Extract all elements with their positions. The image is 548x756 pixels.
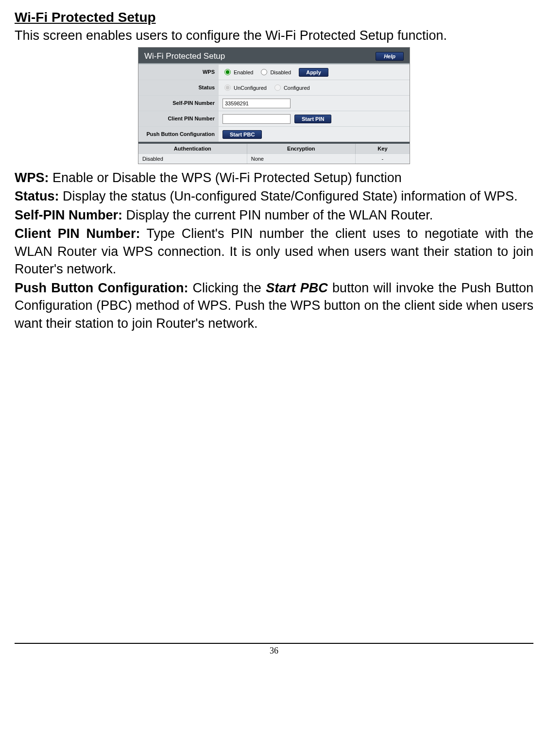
clientpin-row: Client PIN Number Start PIN	[138, 111, 410, 126]
wps-config-panel: Wi-Fi Protected Setup Help WPS Enabled D…	[138, 47, 410, 164]
descriptions-block: WPS: Enable or Disable the WPS (Wi-Fi Pr…	[15, 169, 533, 332]
panel-title: Wi-Fi Protected Setup	[144, 51, 225, 61]
desc-selfpin-text: Display the current PIN number of the WL…	[122, 208, 433, 222]
page-footer: 36	[15, 643, 533, 656]
desc-status-label: Status:	[15, 189, 59, 203]
desc-clientpin-label: Client PIN Number:	[15, 226, 140, 241]
selfpin-row: Self-PIN Number	[138, 95, 410, 111]
status-unconfigured-radio	[224, 84, 231, 91]
clientpin-label: Client PIN Number	[138, 111, 219, 126]
td-key: -	[355, 154, 410, 164]
apply-button[interactable]: Apply	[299, 68, 328, 77]
status-label: Status	[138, 80, 219, 95]
pbc-label: Push Button Configuration	[138, 127, 219, 142]
desc-selfpin-label: Self-PIN Number:	[15, 208, 122, 222]
selfpin-input	[223, 99, 291, 108]
wps-row: WPS Enabled Disabled Apply	[138, 64, 410, 80]
form-area: WPS Enabled Disabled Apply Status UnConf…	[138, 64, 410, 142]
start-pin-button[interactable]: Start PIN	[294, 115, 331, 123]
th-encryption: Encryption	[247, 143, 355, 154]
start-pbc-button[interactable]: Start PBC	[223, 130, 262, 139]
section-title: Wi-Fi Protected Setup	[15, 10, 533, 25]
wps-disabled-label: Disabled	[270, 69, 291, 75]
status-unconfigured-label: UnConfigured	[234, 85, 267, 91]
panel-header: Wi-Fi Protected Setup Help	[138, 48, 410, 64]
td-encryption: None	[247, 154, 355, 164]
desc-clientpin: Client PIN Number: Type Client's PIN num…	[15, 225, 533, 278]
desc-status: Status: Display the status (Un-configure…	[15, 187, 533, 205]
desc-pbc-text1: Clicking the	[188, 281, 266, 295]
help-button[interactable]: Help	[376, 52, 404, 61]
wps-disabled-radio[interactable]	[261, 69, 267, 75]
status-field: UnConfigured Configured	[219, 80, 410, 95]
clientpin-input[interactable]	[223, 114, 291, 124]
status-configured-label: Configured	[284, 85, 310, 91]
pbc-field: Start PBC	[219, 127, 410, 142]
desc-pbc-label: Push Button Configuration:	[15, 281, 188, 295]
selfpin-label: Self-PIN Number	[138, 96, 219, 111]
wps-enabled-radio[interactable]	[224, 69, 231, 75]
selfpin-field	[219, 96, 410, 111]
desc-wps-label: WPS:	[15, 170, 49, 185]
clientpin-field: Start PIN	[219, 111, 410, 126]
th-key: Key	[355, 143, 410, 154]
pbc-row: Push Button Configuration Start PBC	[138, 126, 410, 142]
desc-wps: WPS: Enable or Disable the WPS (Wi-Fi Pr…	[15, 169, 533, 186]
th-authentication: Authentication	[138, 143, 247, 154]
wps-enabled-label: Enabled	[234, 69, 253, 75]
desc-pbc-bold: Start PBC	[266, 281, 328, 295]
status-row: Status UnConfigured Configured	[138, 80, 410, 95]
status-configured-radio	[274, 84, 281, 91]
table-row: Disabled None -	[138, 154, 410, 164]
desc-status-text: Display the status (Un-configured State/…	[59, 189, 518, 203]
status-table: Authentication Encryption Key Disabled N…	[138, 142, 410, 164]
intro-text: This screen enables users to configure t…	[15, 28, 533, 43]
desc-selfpin: Self-PIN Number: Display the current PIN…	[15, 206, 533, 224]
td-authentication: Disabled	[138, 154, 247, 164]
desc-pbc: Push Button Configuration: Clicking the …	[15, 279, 533, 332]
wps-label: WPS	[138, 65, 219, 80]
wps-field: Enabled Disabled Apply	[219, 65, 410, 80]
page-number: 36	[270, 646, 278, 655]
desc-wps-text: Enable or Disable the WPS (Wi-Fi Protect…	[49, 170, 402, 185]
